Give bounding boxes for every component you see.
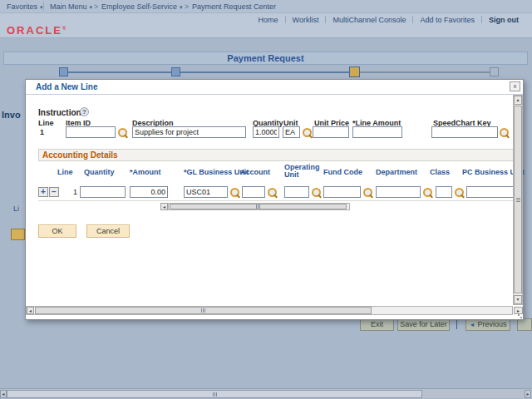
row-pc-business-unit-field[interactable] (466, 186, 514, 198)
operating-unit-lookup-icon[interactable] (311, 187, 322, 198)
exit-button[interactable]: Exit (360, 318, 394, 331)
scroll-up-icon[interactable]: ▲ (514, 96, 522, 105)
breadcrumb-bar: Favorites▾ Main Menu▾ > Employee Self-Se… (0, 0, 532, 13)
page-horizontal-scrollbar[interactable]: ◄ ► (0, 388, 532, 398)
row-account-field[interactable] (242, 186, 265, 198)
page-scrollbar-thumb[interactable] (7, 390, 422, 398)
col-account: Account (240, 168, 270, 176)
train-stop-2 (171, 67, 180, 76)
previous-button[interactable]: ◄Previous (466, 318, 510, 331)
col-class: Class (430, 168, 450, 176)
chevron-down-icon: ▾ (90, 4, 93, 10)
row-amount-field[interactable] (130, 186, 168, 198)
train-track (64, 71, 354, 73)
utility-links: Home Worklist MultiChannel Console Add t… (252, 14, 525, 25)
col-gl-business-unit: *GL Business Unit (184, 168, 249, 176)
dialog-horizontal-scrollbar[interactable]: ◄ (26, 306, 513, 315)
breadcrumb-payment-request-center[interactable]: Payment Request Center (192, 2, 276, 11)
grid-scroll-left-icon[interactable]: ◄ (160, 203, 168, 210)
breadcrumb-chevron-icon: > (185, 2, 189, 11)
scroll-left-icon[interactable]: ◄ (27, 307, 34, 314)
train-stop-3-current (349, 66, 360, 77)
oracle-logo: ORACLE® (7, 24, 67, 37)
delete-row-button[interactable]: − (49, 187, 59, 197)
close-icon[interactable]: x (510, 81, 520, 91)
col-fund-code: Fund Code (323, 168, 362, 176)
dialog-hscrollbar-thumb[interactable] (35, 307, 372, 314)
add-new-line-dialog: Add a New Line x Instructions ? Line Ite… (25, 79, 524, 320)
chevron-down-icon: ▾ (180, 4, 183, 10)
fund-code-lookup-icon[interactable] (362, 187, 373, 198)
train-stop-4 (490, 67, 499, 76)
chevron-down-icon: ▾ (40, 4, 43, 10)
col-department: Department (376, 168, 417, 176)
train-stop-1 (59, 67, 68, 76)
unit-field[interactable] (283, 126, 300, 138)
screen: Favorites▾ Main Menu▾ > Employee Self-Se… (0, 0, 532, 399)
dialog-titlebar: Add a New Line x (26, 80, 523, 95)
next-button-partial[interactable] (517, 318, 532, 331)
background-field-label: Li (13, 204, 19, 213)
favorites-menu[interactable]: Favorites▾ (7, 2, 43, 11)
add-row-button[interactable]: + (38, 187, 48, 197)
quantity-field[interactable] (253, 126, 279, 138)
ok-button[interactable]: OK (38, 224, 76, 238)
dialog-title: Add a New Line (36, 82, 97, 91)
row-quantity-field[interactable] (80, 186, 126, 198)
row-fund-code-field[interactable] (323, 186, 361, 198)
home-link[interactable]: Home (252, 16, 285, 24)
train-track (356, 71, 494, 73)
col-quantity: Quantity (84, 168, 115, 176)
speedchart-key-field[interactable] (431, 126, 498, 138)
speedchart-lookup-icon[interactable] (499, 127, 510, 138)
col-operating-unit: Operating Unit (284, 164, 319, 179)
item-id-lookup-icon[interactable] (117, 127, 128, 138)
line-label: Line (38, 119, 54, 127)
grid-divider (38, 200, 515, 201)
grid-scrollbar-thumb[interactable] (170, 204, 347, 209)
row-department-field[interactable] (376, 186, 421, 198)
background-button[interactable] (11, 229, 25, 240)
dialog-vscrollbar-thumb[interactable] (514, 106, 522, 293)
instructions-link[interactable]: Instructions (38, 108, 86, 117)
accounting-details-title: Accounting Details (42, 150, 118, 160)
unit-lookup-icon[interactable] (302, 127, 313, 138)
item-id-field[interactable] (66, 126, 116, 138)
row-operating-unit-field[interactable] (284, 186, 309, 198)
row-gl-business-unit-field[interactable] (184, 186, 228, 198)
add-to-favorites-link[interactable]: Add to Favorites (413, 16, 481, 24)
dialog-vertical-scrollbar[interactable]: ▲ ▼ (513, 95, 523, 305)
page-title: Payment Request (3, 52, 528, 65)
cancel-button[interactable]: Cancel (86, 224, 130, 238)
dialog-resize-grip[interactable] (516, 313, 522, 318)
scroll-left-icon[interactable]: ◄ (0, 390, 7, 398)
sign-out-link[interactable]: Sign out (482, 16, 525, 24)
line-amount-field[interactable] (352, 126, 402, 138)
breadcrumb-employee-self-service[interactable]: Employee Self-Service▾ (101, 2, 183, 11)
breadcrumb-separator (43, 2, 44, 11)
class-lookup-icon[interactable] (454, 187, 465, 198)
accounting-details-section-header: Accounting Details (38, 149, 515, 161)
previous-arrow-icon: ◄ (470, 322, 475, 328)
line-number-value: 1 (40, 128, 44, 136)
breadcrumb-chevron-icon: > (94, 2, 98, 11)
account-lookup-icon[interactable] (267, 187, 278, 198)
description-field[interactable] (132, 126, 246, 138)
grid-horizontal-scrollbar[interactable] (168, 203, 350, 210)
unit-price-field[interactable] (313, 126, 349, 138)
help-icon[interactable]: ? (80, 107, 89, 116)
col-line: Line (57, 168, 73, 176)
worklist-link[interactable]: Worklist (286, 16, 326, 24)
save-for-later-button[interactable]: Save for Later (397, 318, 450, 331)
multichannel-console-link[interactable]: MultiChannel Console (326, 16, 412, 24)
footer-separator (456, 319, 457, 329)
scroll-down-icon[interactable]: ▼ (514, 295, 522, 304)
row-line-number: 1 (67, 188, 77, 196)
gl-business-unit-lookup-icon[interactable] (229, 187, 240, 198)
main-menu[interactable]: Main Menu▾ (50, 2, 92, 11)
scroll-right-icon[interactable]: ► (525, 390, 531, 398)
row-class-field[interactable] (436, 186, 452, 198)
background-section-heading: Invo (2, 110, 21, 120)
department-lookup-icon[interactable] (422, 187, 433, 198)
col-amount: *Amount (130, 168, 161, 176)
